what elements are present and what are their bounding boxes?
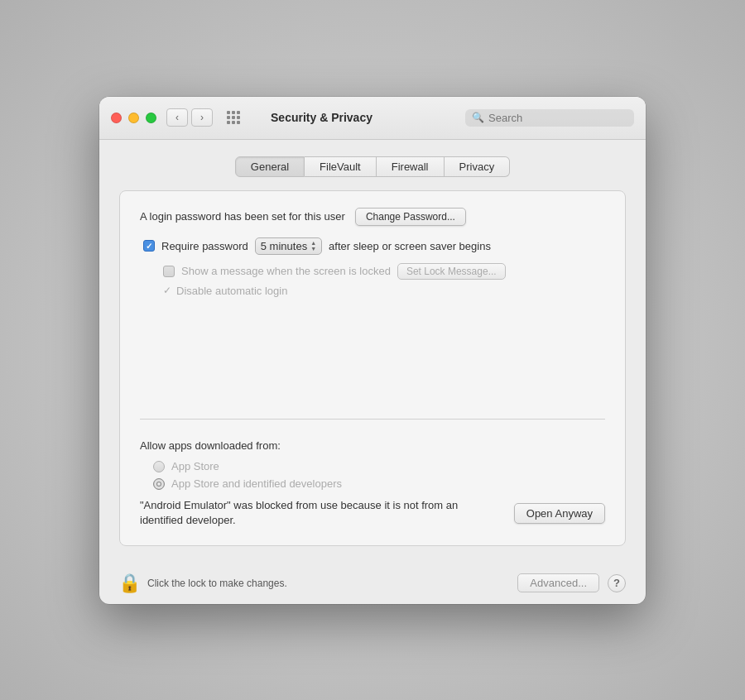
password-time-value: 5 minutes bbox=[261, 240, 307, 252]
app-store-label: App Store bbox=[171, 460, 219, 472]
footer: 🔒 Click the lock to make changes. Advanc… bbox=[99, 563, 646, 604]
app-store-identified-label: App Store and identified developers bbox=[171, 477, 342, 490]
tabs: General FileVault Firewall Privacy bbox=[119, 156, 626, 177]
lock-symbol: 🔒 bbox=[118, 573, 141, 594]
open-anyway-button[interactable]: Open Anyway bbox=[514, 503, 605, 524]
disable-autologin-label: Disable automatic login bbox=[176, 285, 287, 297]
require-password-label: Require password bbox=[161, 240, 248, 252]
app-store-identified-radio[interactable] bbox=[153, 478, 165, 490]
show-message-row: Show a message when the screen is locked… bbox=[163, 263, 605, 280]
search-input[interactable] bbox=[488, 112, 627, 124]
window-title: Security & Privacy bbox=[185, 111, 459, 124]
change-password-button[interactable]: Change Password... bbox=[355, 208, 466, 226]
app-store-radio-row: App Store bbox=[153, 460, 605, 472]
tab-filevault[interactable]: FileVault bbox=[305, 156, 377, 177]
lock-message: Click the lock to make changes. bbox=[147, 578, 509, 589]
allow-apps-title: Allow apps downloaded from: bbox=[140, 439, 605, 452]
password-section: A login password has been set for this u… bbox=[140, 208, 605, 420]
tab-general[interactable]: General bbox=[235, 156, 305, 177]
tab-firewall[interactable]: Firewall bbox=[377, 156, 445, 177]
require-password-row: Require password 5 minutes ▲ ▼ after sle… bbox=[143, 237, 605, 255]
minimize-button[interactable] bbox=[128, 113, 139, 123]
tab-privacy[interactable]: Privacy bbox=[445, 156, 511, 177]
dropdown-arrows: ▲ ▼ bbox=[310, 240, 316, 252]
main-window: ‹ › Security & Privacy 🔍 General bbox=[99, 97, 646, 604]
disable-autologin-row: ✓ Disable automatic login bbox=[163, 285, 605, 297]
help-button[interactable]: ? bbox=[608, 574, 626, 592]
password-set-row: A login password has been set for this u… bbox=[140, 208, 605, 226]
lock-icon[interactable]: 🔒 bbox=[119, 573, 139, 594]
titlebar: ‹ › Security & Privacy 🔍 bbox=[99, 97, 646, 140]
set-lock-message-button: Set Lock Message... bbox=[397, 263, 506, 280]
settings-panel: A login password has been set for this u… bbox=[119, 190, 626, 546]
password-time-dropdown[interactable]: 5 minutes ▲ ▼ bbox=[255, 237, 322, 255]
help-icon: ? bbox=[613, 577, 620, 589]
require-password-checkbox[interactable] bbox=[143, 240, 155, 252]
show-message-label: Show a message when the screen is locked bbox=[181, 265, 391, 277]
close-button[interactable] bbox=[111, 113, 122, 123]
search-icon: 🔍 bbox=[472, 112, 484, 123]
maximize-button[interactable] bbox=[146, 113, 156, 123]
blocked-app-message: "Android Emulator" was blocked from use … bbox=[140, 498, 501, 528]
back-icon: ‹ bbox=[175, 112, 179, 123]
show-message-checkbox[interactable] bbox=[163, 266, 175, 277]
traffic-lights bbox=[111, 113, 156, 123]
content-area: General FileVault Firewall Privacy A log… bbox=[99, 140, 646, 563]
search-bar[interactable]: 🔍 bbox=[465, 109, 634, 127]
after-sleep-label: after sleep or screen saver begins bbox=[329, 240, 491, 252]
password-set-label: A login password has been set for this u… bbox=[140, 210, 345, 223]
app-store-radio[interactable] bbox=[153, 461, 165, 472]
checkmark-icon: ✓ bbox=[163, 285, 171, 296]
advanced-button[interactable]: Advanced... bbox=[517, 573, 599, 592]
app-store-identified-radio-row: App Store and identified developers bbox=[153, 477, 605, 490]
blocked-app-row: "Android Emulator" was blocked from use … bbox=[140, 498, 605, 528]
allow-apps-section: Allow apps downloaded from: App Store Ap… bbox=[140, 436, 605, 528]
